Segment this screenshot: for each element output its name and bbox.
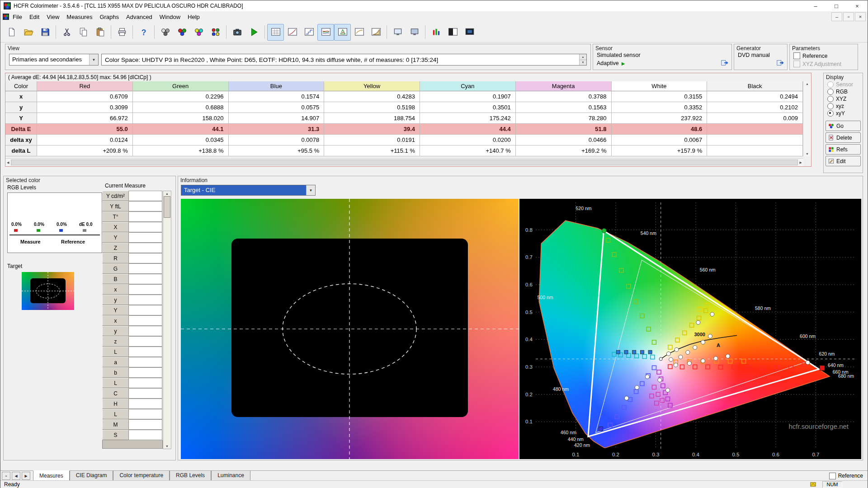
column-header-color[interactable]: Color xyxy=(5,81,37,91)
spinner-down-icon[interactable]: ▼ xyxy=(580,60,586,66)
table-cell[interactable]: 0.0345 xyxy=(133,135,229,145)
view-second-monitor-button[interactable] xyxy=(406,24,423,41)
tab-measures[interactable]: Measures xyxy=(33,470,70,481)
column-header-blue[interactable]: Blue xyxy=(229,81,325,91)
table-cell[interactable] xyxy=(707,124,803,135)
measure-primaries-button[interactable] xyxy=(174,24,190,41)
table-cell[interactable]: 31.3 xyxy=(229,124,325,135)
measures-table[interactable]: ColorRedGreenBlueYellowCyanMagentaWhiteB… xyxy=(5,81,803,156)
table-cell[interactable]: 0.0067 xyxy=(612,135,708,145)
measure-grayscale-button[interactable] xyxy=(157,24,174,41)
refs-button[interactable]: Refs xyxy=(826,144,861,155)
print-button[interactable] xyxy=(113,24,130,41)
table-cell[interactable] xyxy=(707,135,803,145)
view-monitor-button[interactable] xyxy=(389,24,406,41)
menu-view[interactable]: View xyxy=(43,12,63,22)
chevron-down-icon[interactable]: ▼ xyxy=(306,185,315,195)
column-header-black[interactable]: Black xyxy=(707,81,803,91)
scroll-left-icon[interactable]: ◀ xyxy=(7,161,9,164)
table-cell[interactable]: 0.4283 xyxy=(324,91,420,102)
sensor-run-icon[interactable]: ▶ xyxy=(622,61,625,66)
scrollbar-thumb[interactable] xyxy=(11,160,797,165)
menu-edit[interactable]: Edit xyxy=(26,12,43,22)
scroll-down-icon[interactable]: ▼ xyxy=(806,152,809,155)
new-document-button[interactable] xyxy=(3,24,20,41)
menu-advanced[interactable]: Advanced xyxy=(123,12,156,22)
view-nearblack-chart-button[interactable] xyxy=(301,24,317,41)
table-cell[interactable]: 0.6709 xyxy=(37,91,133,102)
table-cell[interactable]: 0.1563 xyxy=(516,102,612,113)
table-cell[interactable]: +140.7 % xyxy=(420,145,516,156)
table-cell[interactable]: 0.0191 xyxy=(324,135,420,145)
view-levels-button[interactable] xyxy=(428,24,444,41)
menu-window[interactable]: Window xyxy=(156,12,184,22)
radio-xyz[interactable] xyxy=(827,96,834,102)
measure-value[interactable] xyxy=(129,284,162,295)
measure-value[interactable] xyxy=(129,295,162,305)
radio-xyz[interactable] xyxy=(827,103,834,109)
table-cell[interactable]: 0.0575 xyxy=(229,102,325,113)
generator-config-button[interactable] xyxy=(776,59,784,68)
view-color-temp-chart-button[interactable] xyxy=(351,24,368,41)
tab-cie-diagram[interactable]: CIE Diagram xyxy=(70,471,113,481)
view-rgb-levels-chart-button[interactable] xyxy=(317,24,334,41)
table-cell[interactable]: 44.4 xyxy=(420,124,516,135)
measure-value[interactable] xyxy=(129,336,162,347)
open-file-button[interactable] xyxy=(20,24,37,41)
information-view-select[interactable]: Target - CIE ▼ xyxy=(181,185,316,196)
measure-value[interactable] xyxy=(129,191,162,201)
measures-horizontal-scrollbar[interactable]: ◀▶ xyxy=(5,158,803,166)
measure-value[interactable] xyxy=(129,211,162,222)
current-measure-scrollbar[interactable]: ▲ ▼ xyxy=(163,191,171,449)
measure-value[interactable] xyxy=(129,347,162,357)
table-cell[interactable]: 0.3155 xyxy=(612,91,708,102)
measure-secondaries-button[interactable] xyxy=(190,24,207,41)
measure-value[interactable] xyxy=(129,243,162,253)
tab-rgb-levels[interactable]: RGB Levels xyxy=(170,471,211,481)
view-contrast-chart-button[interactable] xyxy=(444,24,461,41)
table-cell[interactable]: 0.6888 xyxy=(133,102,229,113)
table-cell[interactable]: 66.972 xyxy=(37,113,133,124)
measure-value[interactable] xyxy=(129,274,162,284)
copy-button[interactable] xyxy=(75,24,92,41)
display-option-xyz[interactable]: xyz xyxy=(827,103,853,109)
maximize-button[interactable]: □ xyxy=(826,0,847,11)
table-cell[interactable]: 0.1574 xyxy=(229,91,325,102)
measure-value[interactable] xyxy=(129,305,162,315)
column-header-cyan[interactable]: Cyan xyxy=(420,81,516,91)
measure-value[interactable] xyxy=(129,357,162,367)
go-button[interactable]: Go xyxy=(826,121,861,131)
table-cell[interactable]: +95.5 % xyxy=(229,145,325,156)
colorspace-info-field[interactable]: Color Space: UHDTV P3 in Rec2020 , White… xyxy=(101,54,587,66)
view-cie-diagram-button[interactable] xyxy=(334,24,351,41)
fullscreen-pattern-button[interactable] xyxy=(461,24,478,41)
measure-value[interactable] xyxy=(129,399,162,409)
tab-next-button[interactable]: ▶ xyxy=(22,472,30,480)
menu-measures[interactable]: Measures xyxy=(63,12,96,22)
measures-vertical-scrollbar[interactable]: ▲▼ xyxy=(803,81,811,156)
tab-prev-button[interactable]: ◀ xyxy=(12,472,20,480)
table-cell[interactable]: 0.1907 xyxy=(420,91,516,102)
scroll-right-icon[interactable]: ▶ xyxy=(800,161,802,164)
save-file-button[interactable] xyxy=(37,24,53,41)
measure-value[interactable] xyxy=(129,419,162,430)
table-cell[interactable]: 78.280 xyxy=(516,113,612,124)
sensor-config-button[interactable] xyxy=(721,59,729,68)
menu-help[interactable]: Help xyxy=(184,12,203,22)
table-cell[interactable]: 0.0124 xyxy=(37,135,133,145)
measure-value[interactable] xyxy=(129,263,162,274)
measure-value[interactable] xyxy=(129,326,162,336)
table-cell[interactable]: +115.1 % xyxy=(324,145,420,156)
scroll-down-icon[interactable]: ▼ xyxy=(165,445,169,448)
table-cell[interactable]: 175.242 xyxy=(420,113,516,124)
table-cell[interactable]: +138.8 % xyxy=(133,145,229,156)
measure-full-button[interactable] xyxy=(207,24,224,41)
table-cell[interactable]: 0.2494 xyxy=(707,91,803,102)
table-cell[interactable]: 0.0466 xyxy=(516,135,612,145)
paste-button[interactable] xyxy=(92,24,108,41)
table-cell[interactable]: 0.3352 xyxy=(612,102,708,113)
reference-checkbox-row[interactable]: Reference xyxy=(793,52,827,59)
table-cell[interactable]: 0.2102 xyxy=(707,102,803,113)
table-cell[interactable]: 0.3788 xyxy=(516,91,612,102)
radio-xyy[interactable] xyxy=(827,110,834,117)
